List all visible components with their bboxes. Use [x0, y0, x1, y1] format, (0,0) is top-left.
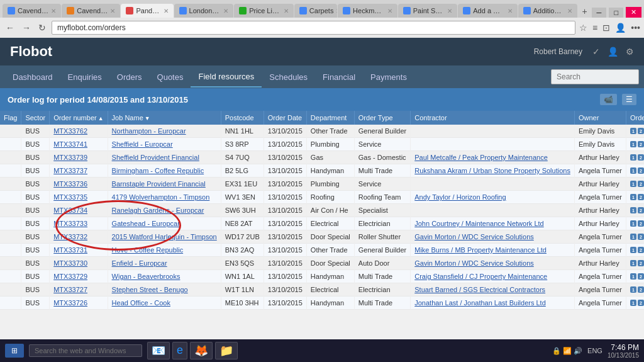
order-number-link[interactable]: MTX33729 — [53, 273, 87, 280]
tab-3-active[interactable]: Panda Se... ✕ — [121, 4, 173, 18]
checkmark-icon[interactable]: ✓ — [592, 47, 600, 57]
job-name-link[interactable]: Northampton - Europcar — [112, 127, 186, 135]
tab-close-5[interactable]: ✕ — [284, 8, 289, 14]
order-number-link[interactable]: MTX33731 — [53, 246, 87, 254]
order-number-link[interactable]: MTX33735 — [53, 193, 87, 201]
col-postcode[interactable]: Postcode — [221, 111, 264, 125]
col-order-stage[interactable]: Order Stage▼ — [626, 111, 645, 125]
order-number-link[interactable]: MTX33734 — [53, 206, 87, 214]
video-icon-button[interactable]: 📹 — [600, 94, 617, 105]
job-name-link[interactable]: Gateshead - Europcar — [112, 220, 180, 227]
maximize-button[interactable]: □ — [609, 8, 623, 18]
tab-close-8[interactable]: ✕ — [447, 8, 452, 14]
tab-5[interactable]: Price List - C... ✕ — [234, 4, 294, 18]
job-name-link[interactable]: Enfield - Europcar — [112, 259, 167, 267]
order-number-link[interactable]: MTX33736 — [53, 180, 87, 188]
col-order-type[interactable]: Order Type — [354, 111, 410, 125]
nav-financial[interactable]: Financial — [315, 67, 363, 87]
job-name-link[interactable]: 4179 Wolverhampton - Timpson — [112, 193, 210, 201]
col-department[interactable]: Department — [306, 111, 354, 125]
nav-orders[interactable]: Orders — [109, 67, 150, 87]
user-icon[interactable]: 👤 — [608, 47, 618, 57]
order-number-link[interactable]: MTX33762 — [53, 127, 87, 135]
tab-close-9[interactable]: ✕ — [508, 8, 513, 14]
job-name-link[interactable]: 2015 Watford Harlequin - Timpson — [112, 233, 217, 240]
taskbar-outlook-icon[interactable]: 📧 — [147, 342, 170, 359]
contractor-link[interactable]: John Courtney / Maintenance Network Ltd — [414, 220, 543, 227]
nav-quotes[interactable]: Quotes — [150, 67, 191, 87]
minimize-button[interactable]: ─ — [592, 8, 607, 18]
tab-close-2[interactable]: ✕ — [110, 8, 115, 14]
tab-close-3[interactable]: ✕ — [164, 8, 169, 14]
taskbar-firefox-icon[interactable]: 🦊 — [190, 342, 213, 359]
contractor-link[interactable]: Gavin Morton / WDC Service Solutions — [414, 259, 534, 267]
more-icon[interactable]: ••• — [631, 23, 640, 33]
order-number-link[interactable]: MTX33730 — [53, 259, 87, 267]
job-name-link[interactable]: Head Office - Cook — [112, 299, 170, 307]
tab-1[interactable]: Cavendish d... ✕ — [3, 4, 61, 18]
order-number-link[interactable]: MTX33727 — [53, 286, 87, 293]
tab-10[interactable]: Additional us... ✕ — [518, 4, 578, 18]
nav-enquiries[interactable]: Enquiries — [60, 67, 109, 87]
job-name-link[interactable]: Ranelagh Gardens - Europcar — [112, 206, 204, 214]
tab-close-10[interactable]: ✕ — [567, 8, 572, 14]
contractor-link[interactable]: Stuart Barned / SGS Electrical Contracto… — [414, 286, 545, 293]
order-number-link[interactable]: MTX33732 — [53, 233, 87, 240]
tab-close-4[interactable]: ✕ — [223, 8, 228, 14]
nav-dashboard[interactable]: Dashboard — [5, 67, 60, 87]
search-input[interactable] — [551, 69, 639, 84]
job-name-link[interactable]: Birmingham - Coffee Republic — [112, 167, 204, 174]
contractor-link[interactable]: Gavin Morton / WDC Service Solutions — [414, 233, 534, 240]
tab-2[interactable]: Cavendish d... ✕ — [62, 4, 120, 18]
tab-4[interactable]: London Dem... ✕ — [174, 4, 234, 18]
order-number-link[interactable]: MTX33737 — [53, 167, 87, 174]
job-name-link[interactable]: Sheffield - Europcar — [112, 140, 173, 148]
tab-close-6[interactable]: ✕ — [336, 8, 337, 14]
tab-close-1[interactable]: ✕ — [51, 8, 56, 14]
contractor-link[interactable]: Rukshana Akram / Urban Stone Property So… — [414, 167, 570, 174]
list-icon-button[interactable]: ☰ — [622, 94, 636, 105]
external-icon[interactable]: ⊡ — [602, 23, 610, 33]
menu-icon[interactable]: ≡ — [592, 23, 597, 33]
job-name-link[interactable]: Sheffield Provident Financial — [112, 154, 199, 161]
start-button[interactable]: ⊞ — [5, 344, 24, 358]
star-icon[interactable]: ☆ — [579, 23, 587, 33]
job-name-link[interactable]: Wigan - Beaverbrooks — [112, 273, 180, 280]
nav-schedules[interactable]: Schedules — [262, 67, 315, 87]
person-icon[interactable]: 👤 — [615, 23, 626, 33]
contractor-link[interactable]: Mike Burns / MB Property Maintenance Ltd — [414, 246, 547, 254]
col-sector[interactable]: Sector — [21, 111, 50, 125]
tab-8[interactable]: Paint Shop P... ✕ — [398, 4, 458, 18]
new-tab-button[interactable]: + — [578, 5, 591, 18]
job-name-link[interactable]: Hove - Coffee Republic — [112, 246, 184, 254]
col-order-date[interactable]: Order Date — [264, 111, 306, 125]
col-order-number[interactable]: Order number▲ — [50, 111, 108, 125]
contractor-link[interactable]: Craig Stansfield / CJ Property Maintenan… — [414, 273, 547, 280]
col-flag[interactable]: Flag — [0, 111, 21, 125]
contractor-link[interactable]: Andy Taylor / Horizon Roofing — [414, 193, 506, 201]
forward-button[interactable]: → — [20, 23, 33, 33]
job-name-link[interactable]: Stephen Street - Benugo — [112, 286, 188, 293]
refresh-button[interactable]: ↻ — [36, 23, 48, 33]
back-button[interactable]: ← — [4, 23, 16, 33]
order-number-link[interactable]: MTX33726 — [53, 299, 87, 307]
taskbar-folder-icon[interactable]: 📁 — [215, 342, 238, 359]
col-contractor[interactable]: Contractor — [411, 111, 575, 125]
settings-icon[interactable]: ⚙ — [626, 47, 634, 57]
address-bar[interactable]: myflobot.com/orders — [52, 21, 575, 35]
tab-9[interactable]: Add a New P... ✕ — [458, 4, 517, 18]
order-number-link[interactable]: MTX33739 — [53, 154, 87, 161]
tab-7[interactable]: Heckmondwi... ✕ — [338, 4, 397, 18]
taskbar-edge-icon[interactable]: e — [172, 342, 187, 359]
order-number-link[interactable]: MTX33741 — [53, 140, 87, 148]
tab-6[interactable]: Carpets ✕ — [294, 4, 337, 18]
col-owner[interactable]: Owner — [574, 111, 626, 125]
close-button[interactable]: ✕ — [626, 7, 641, 18]
nav-field-resources[interactable]: Field resources — [191, 67, 262, 88]
tab-close-7[interactable]: ✕ — [387, 8, 392, 14]
contractor-link[interactable]: Jonathan Last / Jonathan Last Builders L… — [414, 299, 546, 307]
contractor-link[interactable]: Paul Metcalfe / Peak Property Maintenanc… — [414, 154, 548, 161]
nav-payments[interactable]: Payments — [363, 67, 414, 87]
taskbar-search-input[interactable] — [29, 344, 142, 357]
job-name-link[interactable]: Barnstaple Provident Financial — [112, 180, 206, 188]
